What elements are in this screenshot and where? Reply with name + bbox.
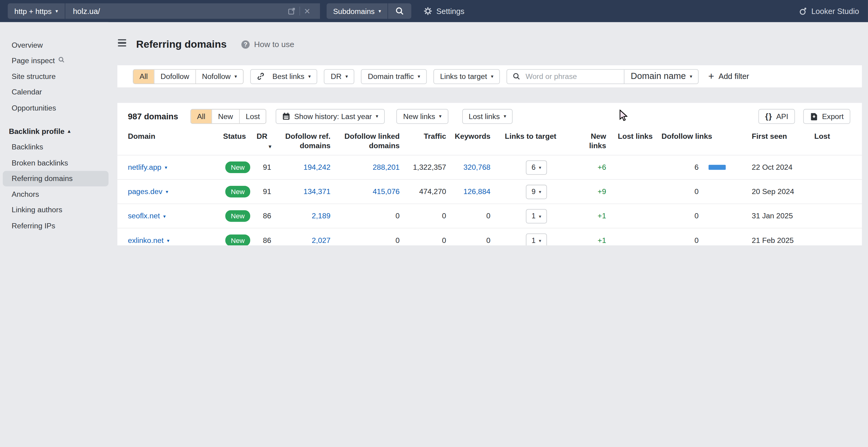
column-header-new-links[interactable]: New links bbox=[582, 132, 610, 150]
domain-link[interactable]: netlify.app bbox=[128, 163, 161, 171]
domain-options-caret-icon[interactable]: ▾ bbox=[163, 213, 166, 219]
links-to-target-select[interactable]: 1▾ bbox=[526, 233, 547, 245]
looker-studio-link[interactable]: Looker Studio bbox=[799, 7, 859, 15]
first-seen-cell: 22 Oct 2024 bbox=[737, 163, 804, 171]
dr-dropdown[interactable]: DR▾ bbox=[324, 69, 354, 84]
scope-dropdown[interactable]: Subdomains ▾ bbox=[327, 3, 388, 19]
sidebar-item-backlinks[interactable]: Backlinks bbox=[3, 139, 108, 155]
word-or-phrase-input[interactable] bbox=[524, 72, 624, 81]
sidebar-item-broken-backlinks[interactable]: Broken backlinks bbox=[3, 155, 108, 171]
filters-bar: AllDofollowNofollow▾ Best links▾DR▾Domai… bbox=[117, 65, 862, 88]
search-scope-label: Domain name bbox=[631, 71, 686, 81]
traffic-value: 474,270 bbox=[419, 187, 446, 196]
protocol-dropdown[interactable]: http + https ▾ bbox=[8, 3, 64, 19]
filter-segment-dofollow[interactable]: Dofollow bbox=[154, 70, 195, 83]
dofollow-linked-value[interactable]: 415,076 bbox=[373, 187, 400, 196]
domain-link[interactable]: exlinko.net bbox=[128, 236, 164, 244]
domain-cell: seoflx.net▾ bbox=[117, 212, 220, 220]
sidebar-item-referring-domains[interactable]: Referring domains bbox=[3, 171, 108, 186]
column-header-domain[interactable]: Domain bbox=[117, 132, 220, 141]
domain-options-caret-icon[interactable]: ▾ bbox=[167, 238, 169, 243]
column-header-status[interactable]: Status bbox=[220, 132, 256, 141]
domain-link[interactable]: pages.dev bbox=[128, 187, 162, 196]
filter-segment-label: Nofollow bbox=[202, 72, 230, 80]
search-scope-dropdown[interactable]: Domain name ▾ bbox=[624, 70, 698, 83]
keywords-value: 0 bbox=[486, 212, 491, 220]
settings-button[interactable]: Settings bbox=[424, 7, 464, 15]
column-header-dofollow-linked-domains[interactable]: Dofollow linked domains bbox=[333, 132, 400, 150]
page-title: Referring domains bbox=[136, 38, 227, 50]
status-segment-all[interactable]: All bbox=[191, 109, 211, 123]
export-button[interactable]: Export bbox=[803, 109, 850, 124]
status-segment-new[interactable]: New bbox=[212, 109, 239, 123]
column-header-dr[interactable]: DR ▾ bbox=[256, 132, 274, 150]
chevron-down-icon: ▾ bbox=[345, 73, 348, 79]
open-external-icon[interactable] bbox=[288, 7, 296, 15]
search-submit-button[interactable] bbox=[388, 3, 411, 19]
column-header-dofollow-ref-domains[interactable]: Dofollow ref. domains bbox=[274, 132, 333, 150]
sidebar-item-page-inspect[interactable]: Page inspect bbox=[3, 53, 108, 69]
links-to-target-select[interactable]: 1▾ bbox=[526, 209, 547, 223]
target-url-text: holz.ua/ bbox=[73, 7, 100, 15]
filter-segment-nofollow[interactable]: Nofollow▾ bbox=[195, 70, 243, 83]
column-header-lost[interactable]: Lost bbox=[804, 132, 862, 141]
new-links-value: +1 bbox=[597, 236, 606, 244]
dofollow-ref-value[interactable]: 2,189 bbox=[312, 212, 331, 220]
api-button[interactable]: {} API bbox=[758, 109, 795, 124]
sidebar-section-header-backlink-profile[interactable]: Backlink profile▴ bbox=[0, 123, 108, 139]
dofollow-ref-value[interactable]: 134,371 bbox=[303, 187, 330, 196]
traffic-cell: 474,270 bbox=[400, 187, 446, 196]
status-cell: New bbox=[220, 210, 256, 222]
sidebar-item-referring-ips[interactable]: Referring IPs bbox=[3, 218, 108, 234]
column-header-first-seen[interactable]: First seen bbox=[737, 132, 804, 141]
links-to-target-select[interactable]: 6▾ bbox=[526, 160, 547, 174]
dofollow-ref-value[interactable]: 194,242 bbox=[303, 163, 330, 171]
column-header-keywords[interactable]: Keywords bbox=[446, 132, 491, 141]
sidebar-item-calendar[interactable]: Calendar bbox=[3, 84, 108, 100]
links-to-target-value: 9 bbox=[532, 187, 535, 196]
best-links-dropdown[interactable]: Best links▾ bbox=[250, 69, 317, 84]
dr-cell: 91 bbox=[256, 163, 274, 171]
keywords-cell: 0 bbox=[446, 236, 491, 244]
how-to-use-link[interactable]: ? How to use bbox=[241, 40, 294, 48]
dofollow-linked-value[interactable]: 288,201 bbox=[373, 163, 400, 171]
topbar: http + https ▾ holz.ua/ ✕ Subdomains ▾ S… bbox=[0, 0, 868, 22]
domain-options-caret-icon[interactable]: ▾ bbox=[166, 189, 168, 194]
traffic-value: 1,322,357 bbox=[413, 163, 446, 171]
sidebar-item-opportunities[interactable]: Opportunities bbox=[3, 100, 108, 116]
domain-options-caret-icon[interactable]: ▾ bbox=[165, 165, 167, 170]
keywords-value[interactable]: 320,768 bbox=[463, 163, 491, 171]
status-segment-lost[interactable]: Lost bbox=[239, 109, 266, 123]
links-to-target-select[interactable]: 9▾ bbox=[526, 184, 547, 199]
sort-desc-icon: ▾ bbox=[269, 144, 271, 149]
status-badge: New bbox=[225, 210, 250, 222]
links-to-target-dropdown[interactable]: Links to target▾ bbox=[433, 69, 500, 84]
column-header-lost-links[interactable]: Lost links bbox=[610, 132, 656, 141]
settings-label: Settings bbox=[436, 7, 464, 15]
looker-studio-icon bbox=[799, 7, 808, 15]
domain-link[interactable]: seoflx.net bbox=[128, 212, 160, 220]
target-url-input[interactable]: holz.ua/ ✕ bbox=[65, 3, 320, 19]
filter-segment-all[interactable]: All bbox=[133, 70, 154, 83]
domain-traffic-dropdown[interactable]: Domain traffic▾ bbox=[361, 69, 427, 84]
column-header-links-to-target[interactable]: Links to target bbox=[491, 132, 582, 141]
new-links-dropdown[interactable]: New links ▾ bbox=[397, 109, 448, 124]
looker-studio-label: Looker Studio bbox=[811, 7, 859, 15]
keywords-value[interactable]: 126,884 bbox=[463, 187, 491, 196]
sidebar-section-header-organic-search[interactable]: Organic search▴ bbox=[0, 241, 108, 245]
show-history-dropdown[interactable]: Show history: Last year ▾ bbox=[276, 109, 385, 124]
column-header-dofollow-links[interactable]: Dofollow links bbox=[656, 132, 737, 141]
sidebar-item-overview[interactable]: Overview bbox=[3, 37, 108, 53]
sidebar-item-site-structure[interactable]: Site structure bbox=[3, 69, 108, 84]
column-header-label: Dofollow links bbox=[662, 132, 712, 140]
lost-links-dropdown[interactable]: Lost links ▾ bbox=[462, 109, 513, 124]
hamburger-menu-icon[interactable] bbox=[118, 39, 126, 48]
sidebar-item-linking-authors[interactable]: Linking authors bbox=[3, 202, 108, 218]
sidebar-item-anchors[interactable]: Anchors bbox=[3, 186, 108, 202]
clear-url-icon[interactable]: ✕ bbox=[304, 7, 310, 15]
column-header-traffic[interactable]: Traffic bbox=[400, 132, 446, 141]
dofollow-linked-cell: 415,076 bbox=[333, 187, 400, 196]
chevron-down-icon: ▾ bbox=[417, 73, 420, 79]
add-filter-button[interactable]: + Add filter bbox=[708, 70, 749, 82]
dofollow-ref-value[interactable]: 2,027 bbox=[312, 236, 331, 244]
